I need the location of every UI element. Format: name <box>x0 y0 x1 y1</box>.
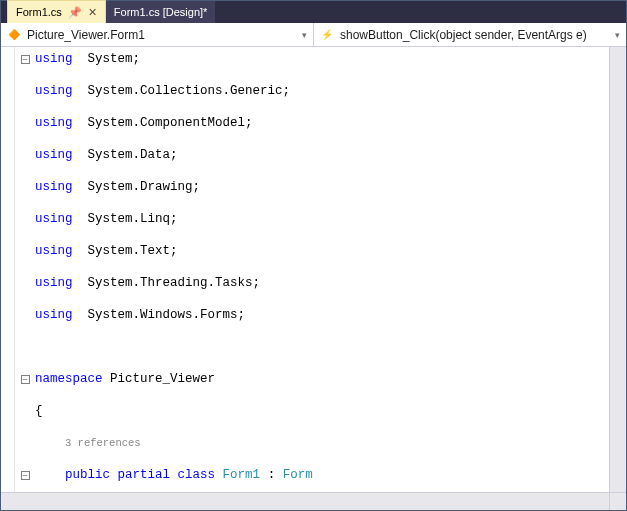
class-icon: 🔶 <box>7 28 21 42</box>
chevron-down-icon: ▾ <box>302 30 307 40</box>
vertical-scrollbar[interactable] <box>609 47 626 492</box>
nav-bar: 🔶 Picture_Viewer.Form1 ▾ ⚡ showButton_Cl… <box>1 23 626 47</box>
editor-window: Form1.cs 📌 ✕ Form1.cs [Design]* 🔶 Pictur… <box>0 0 627 511</box>
tab-form1-design[interactable]: Form1.cs [Design]* <box>106 1 216 23</box>
horizontal-scrollbar[interactable] <box>1 492 626 510</box>
nav-member-label: showButton_Click(object sender, EventArg… <box>340 28 587 42</box>
nav-member-dropdown[interactable]: ⚡ showButton_Click(object sender, EventA… <box>314 23 626 46</box>
codelens-references[interactable]: 3 references <box>65 437 141 449</box>
close-icon[interactable]: ✕ <box>88 7 97 18</box>
tab-form1-cs[interactable]: Form1.cs 📌 ✕ <box>7 0 106 23</box>
code-area[interactable]: −using System; using System.Collections.… <box>15 47 609 492</box>
nav-scope-dropdown[interactable]: 🔶 Picture_Viewer.Form1 ▾ <box>1 23 314 46</box>
tab-label: Form1.cs [Design]* <box>114 6 208 18</box>
nav-scope-label: Picture_Viewer.Form1 <box>27 28 145 42</box>
pin-icon[interactable]: 📌 <box>68 7 82 18</box>
chevron-down-icon: ▾ <box>615 30 620 40</box>
code-editor[interactable]: −using System; using System.Collections.… <box>1 47 626 492</box>
margin-indicator <box>1 47 15 492</box>
method-icon: ⚡ <box>320 28 334 42</box>
tab-bar: Form1.cs 📌 ✕ Form1.cs [Design]* <box>1 1 626 23</box>
tab-label: Form1.cs <box>16 6 62 18</box>
